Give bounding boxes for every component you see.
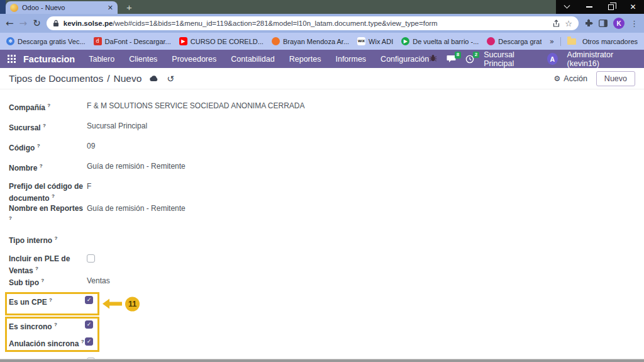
debug-bug-icon[interactable]	[429, 54, 437, 64]
field-label: Es sincrono ?	[9, 320, 85, 332]
form-row: Es un CPE ?✓	[9, 295, 97, 307]
field-value[interactable]: F	[87, 181, 91, 203]
user-avatar[interactable]: A	[547, 53, 557, 65]
bookmark-item[interactable]: dDaFont - Descargar...	[94, 37, 171, 45]
minimize-button[interactable]	[578, 0, 600, 14]
window-controls: ✕	[556, 0, 644, 14]
new-tab-button[interactable]: +	[126, 3, 132, 12]
menu-item-informes[interactable]: Informes	[335, 55, 366, 64]
side-panel-icon[interactable]	[599, 20, 608, 27]
form-row: Sub tipo ?Ventas	[9, 276, 644, 288]
bookmark-label: De vuelta al barrio -...	[413, 38, 479, 45]
bookmark-label: Wix ADI	[369, 38, 393, 45]
highlight-box-box1: Es un CPE ?✓11	[5, 292, 99, 315]
user-menu[interactable]: Administrator (kevin16)	[567, 50, 636, 68]
field-value[interactable]	[87, 254, 95, 276]
youtube-icon: ▶	[179, 37, 187, 45]
discard-undo-icon[interactable]: ↺	[167, 74, 174, 83]
profile-avatar[interactable]: K	[613, 18, 625, 29]
vecteezy-icon: ✻	[6, 37, 14, 45]
form-row: Es sincrono ?✓	[9, 320, 97, 332]
menu-dots-icon[interactable]: ⋮	[630, 19, 638, 28]
field-value[interactable]: Guía de remisión - Remitente	[87, 161, 186, 173]
field-value[interactable]: Sucursal Principal	[87, 121, 147, 133]
share-icon[interactable]	[552, 20, 560, 28]
field-value[interactable]: ✓	[85, 337, 93, 349]
menu-item-clientes[interactable]: Clientes	[129, 55, 157, 64]
record-status-icons: ↺	[149, 73, 174, 84]
gear-icon: ⚙	[554, 74, 561, 83]
checkbox-checked[interactable]: ✓	[85, 337, 93, 346]
breadcrumb-separator: /	[107, 73, 109, 84]
close-button[interactable]: ✕	[622, 0, 644, 14]
field-label: Nombre en Reportes ?	[9, 203, 87, 225]
bookmark-item[interactable]: WIXWix ADI	[357, 37, 393, 45]
divider	[560, 37, 561, 46]
bookmark-item[interactable]: Brayan Mendoza Ar...	[272, 37, 349, 45]
field-value[interactable]: ✓	[85, 295, 93, 307]
breadcrumb-current: Nuevo	[114, 73, 142, 84]
field-value[interactable]: 09	[87, 141, 95, 153]
help-mark: ?	[54, 322, 57, 327]
checkbox-unchecked[interactable]	[87, 254, 95, 263]
form-row: Código ?09	[9, 141, 644, 153]
field-label: Sucursal ?	[9, 121, 87, 133]
forward-icon[interactable]: →	[19, 19, 28, 28]
field-value[interactable]: F & M SOLUTIONS SERVICE SOCIEDAD ANONIMA…	[87, 101, 305, 113]
form-row: Prefijo del código de documento ?F	[9, 181, 644, 203]
menu-item-reportes[interactable]: Reportes	[289, 55, 321, 64]
form-row: Nombre en Reportes ?Guía de remisión - R…	[9, 203, 644, 225]
field-label: Compañía ?	[9, 101, 87, 113]
menu-item-tablero[interactable]: Tablero	[89, 55, 114, 64]
address-bar[interactable]: kevin.solse.pe/web#cids=1&bids=1&menu_id…	[47, 16, 579, 30]
url-path: /web#cids=1&bids=1&menu_id=119&action=28…	[113, 20, 437, 27]
menu-list: TableroClientesProveedoresContabilidadRe…	[89, 55, 429, 64]
save-cloud-icon[interactable]	[149, 73, 158, 84]
branch-selector[interactable]: Sucursal Principal	[484, 50, 538, 68]
new-button[interactable]: Nuevo	[596, 71, 635, 86]
bookmark-item[interactable]: ▶CURSO DE CORELD...	[179, 37, 264, 45]
action-menu-button[interactable]: ⚙ Acción	[554, 74, 587, 83]
bookmarks-overflow-icon[interactable]: »	[550, 37, 554, 46]
checkbox-checked[interactable]: ✓	[85, 296, 93, 304]
field-value[interactable]: Ventas	[87, 276, 110, 288]
field-value[interactable]: Guía de remisión - Remitente	[87, 203, 186, 225]
browser-tab[interactable]: Odoo - Nuevo ✕	[6, 1, 118, 14]
back-icon[interactable]: ←	[6, 19, 14, 28]
folder-icon	[567, 38, 576, 45]
help-mark: ?	[40, 163, 43, 169]
highlight-box-box2: Es sincrono ?✓Anulación sincrona ?✓	[5, 317, 99, 352]
menu-item-configuración[interactable]: Configuración	[380, 55, 429, 64]
url-text[interactable]: kevin.solse.pe/web#cids=1&bids=1&menu_id…	[64, 20, 548, 27]
field-value[interactable]: ✓	[85, 320, 93, 332]
help-mark: ?	[37, 143, 40, 149]
extensions-puzzle-icon[interactable]	[584, 19, 593, 28]
breadcrumb-parent[interactable]: Tipos de Documentos	[9, 73, 103, 84]
form-row: Incluir en PLE de Ventas ?	[9, 254, 644, 276]
annotation-badge: 11	[125, 297, 140, 311]
bookmark-label: DaFont - Descargar...	[105, 38, 171, 45]
checkbox-checked[interactable]: ✓	[85, 320, 93, 329]
field-label: Es un CPE ?	[9, 295, 85, 307]
reload-icon[interactable]: ↻	[33, 19, 41, 28]
tab-close-icon[interactable]: ✕	[108, 4, 113, 11]
control-panel: Tipos de Documentos / Nuevo ↺ ⚙ Acción N…	[0, 68, 644, 89]
restore-button[interactable]	[600, 0, 622, 14]
messages-bubble-icon[interactable]: 8	[447, 55, 456, 63]
breadcrumb: Tipos de Documentos / Nuevo	[9, 73, 142, 84]
activities-badge: 2	[473, 52, 479, 59]
other-bookmarks-label[interactable]: Otros marcadores	[582, 38, 638, 45]
menu-item-proveedores[interactable]: Proveedores	[172, 55, 216, 64]
bookmark-item[interactable]: Descarga gratis | Pu...	[487, 37, 541, 45]
bookmark-item[interactable]: ✻Descarga gratis Vec...	[6, 37, 86, 45]
url-domain: kevin.solse.pe	[64, 20, 113, 27]
browser-tab-strip: Odoo - Nuevo ✕ + ✕	[0, 0, 644, 14]
apps-grid-icon[interactable]	[8, 55, 16, 63]
tab-search-icon[interactable]	[556, 0, 578, 14]
browser-toolbar: ← → ↻ kevin.solse.pe/web#cids=1&bids=1&m…	[0, 14, 644, 33]
bookmark-star-icon[interactable]: ☆	[565, 19, 572, 28]
bookmark-item[interactable]: ▶De vuelta al barrio -...	[401, 37, 479, 45]
activities-clock-icon[interactable]: 2	[465, 55, 474, 64]
menu-item-contabilidad[interactable]: Contabilidad	[231, 55, 275, 64]
app-name[interactable]: Facturacion	[23, 54, 75, 64]
